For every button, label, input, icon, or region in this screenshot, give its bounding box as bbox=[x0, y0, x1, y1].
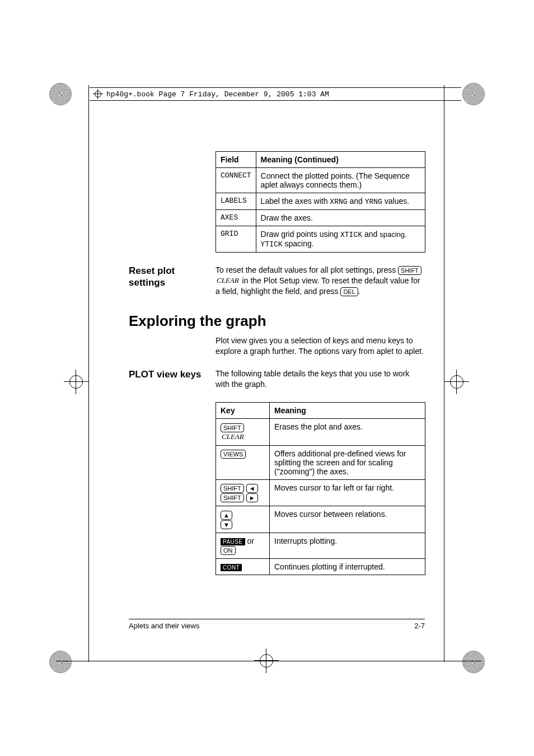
table-row: CONT Continues plotting if interrupted. bbox=[216, 559, 425, 575]
field-name: AXES bbox=[216, 210, 256, 226]
left-arrow-key-icon: ◄ bbox=[246, 484, 258, 493]
plot-setup-fields-table: Field Meaning (Continued) CONNECT Connec… bbox=[216, 151, 425, 253]
crop-line bbox=[56, 661, 481, 661]
on-key-icon: ON bbox=[221, 546, 236, 555]
field-meaning: Label the axes with XRNG and YRNG values… bbox=[256, 193, 425, 210]
table-row: VIEWS Offers additional pre-defined view… bbox=[216, 445, 425, 479]
key-cell: ▲ ▼ bbox=[216, 506, 270, 533]
down-arrow-key-icon: ▼ bbox=[221, 520, 232, 529]
shift-key-icon: SHIFT bbox=[221, 493, 244, 502]
reset-text: To reset the default values for all plot… bbox=[216, 265, 425, 297]
clear-key-icon: CLEAR bbox=[221, 433, 245, 442]
table-row: ▲ ▼ Moves cursor between relations. bbox=[216, 506, 425, 533]
key-cell: PAUSE or ON bbox=[216, 533, 270, 559]
rosette-icon bbox=[462, 83, 485, 105]
registration-mark-icon bbox=[93, 89, 103, 99]
shift-key-icon: SHIFT bbox=[221, 484, 244, 493]
reset-plot-settings-block: Reset plot settings To reset the default… bbox=[129, 265, 425, 297]
key-cell: SHIFTCLEAR bbox=[216, 419, 270, 446]
clear-key-icon: CLEAR bbox=[216, 277, 240, 286]
exploring-block: Plot view gives you a selection of keys … bbox=[129, 335, 425, 357]
content: Field Meaning (Continued) CONNECT Connec… bbox=[129, 151, 425, 575]
meaning-cell: Interrupts plotting. bbox=[270, 533, 425, 559]
footer-page-number: 2-7 bbox=[414, 622, 425, 630]
book-header: hp40g+.book Page 7 Friday, December 9, 2… bbox=[90, 87, 461, 101]
meaning-cell: Offers additional pre-defined views for … bbox=[270, 445, 425, 479]
table-row: AXES Draw the axes. bbox=[216, 210, 425, 226]
table-header-field: Field bbox=[216, 152, 256, 168]
meaning-cell: Moves cursor between relations. bbox=[270, 506, 425, 533]
table-row: SHIFT ◄ SHIFT ► Moves cursor to far left… bbox=[216, 479, 425, 506]
field-meaning: Connect the plotted points. (The Sequenc… bbox=[256, 168, 425, 193]
page-footer: Aplets and their views 2-7 bbox=[129, 619, 425, 630]
plotkeys-intro: The following table details the keys tha… bbox=[216, 368, 425, 390]
table-row: PAUSE or ON Interrupts plotting. bbox=[216, 533, 425, 559]
pause-softkey-icon: PAUSE bbox=[221, 538, 245, 545]
rosette-icon bbox=[49, 651, 72, 673]
table-row: GRID Draw grid points using XTICK and sp… bbox=[216, 226, 425, 253]
table-row: LABELS Label the axes with XRNG and YRNG… bbox=[216, 193, 425, 210]
table-row: CONNECT Connect the plotted points. (The… bbox=[216, 168, 425, 193]
table-row: SHIFTCLEAR Erases the plot and axes. bbox=[216, 419, 425, 446]
registration-mark-icon bbox=[64, 370, 88, 394]
meaning-cell: Erases the plot and axes. bbox=[270, 419, 425, 446]
section-title-exploring: Exploring the graph bbox=[129, 312, 425, 330]
right-arrow-key-icon: ► bbox=[246, 493, 258, 502]
subheading-plotkeys: PLOT view keys bbox=[129, 368, 213, 380]
rosette-icon bbox=[49, 83, 72, 105]
key-cell: CONT bbox=[216, 559, 270, 575]
shift-key-icon: SHIFT bbox=[398, 266, 421, 275]
subheading-reset: Reset plot settings bbox=[129, 265, 213, 289]
table-header-meaning: Meaning bbox=[270, 403, 425, 419]
book-header-text: hp40g+.book Page 7 Friday, December 9, 2… bbox=[106, 90, 329, 99]
meaning-cell: Moves cursor to far left or far right. bbox=[270, 479, 425, 506]
up-arrow-key-icon: ▲ bbox=[221, 511, 232, 520]
cont-softkey-icon: CONT bbox=[221, 564, 242, 571]
footer-section: Aplets and their views bbox=[129, 622, 199, 630]
field-name: CONNECT bbox=[216, 168, 256, 193]
registration-mark-icon bbox=[444, 370, 469, 394]
plot-view-keys-block: PLOT view keys The following table detai… bbox=[129, 368, 425, 390]
plot-view-keys-table: Key Meaning SHIFTCLEAR Erases the plot a… bbox=[216, 402, 425, 575]
meaning-cell: Continues plotting if interrupted. bbox=[270, 559, 425, 575]
shift-key-icon: SHIFT bbox=[221, 423, 244, 432]
crop-line bbox=[444, 85, 444, 662]
key-cell: SHIFT ◄ SHIFT ► bbox=[216, 479, 270, 506]
exploring-paragraph: Plot view gives you a selection of keys … bbox=[216, 335, 425, 357]
key-cell: VIEWS bbox=[216, 445, 270, 479]
crop-line bbox=[88, 85, 89, 662]
field-name: GRID bbox=[216, 226, 256, 253]
del-key-icon: DEL bbox=[340, 287, 358, 296]
table-header-key: Key bbox=[216, 403, 270, 419]
page: hp40g+.book Page 7 Friday, December 9, 2… bbox=[0, 0, 534, 756]
views-key-icon: VIEWS bbox=[221, 450, 246, 459]
table-header-meaning: Meaning (Continued) bbox=[256, 152, 425, 168]
field-meaning: Draw grid points using XTICK and spacing… bbox=[256, 226, 425, 253]
field-meaning: Draw the axes. bbox=[256, 210, 425, 226]
rosette-icon bbox=[462, 651, 485, 673]
field-name: LABELS bbox=[216, 193, 256, 210]
